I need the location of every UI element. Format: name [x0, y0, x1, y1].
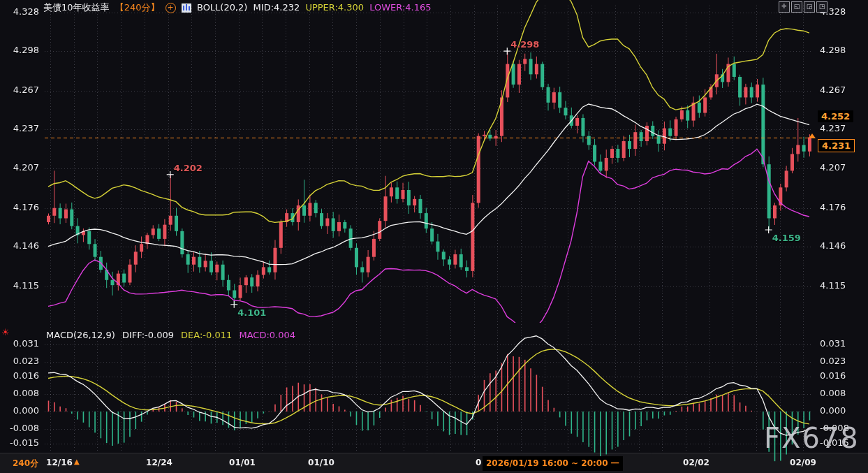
- chart-type-icon[interactable]: [182, 3, 191, 13]
- current-price-tag: 4.231: [818, 139, 855, 152]
- macd-axis-tick: 0.023: [4, 356, 39, 366]
- macd-diff-value: DIFF:-0.009: [122, 330, 174, 340]
- current-price-marker-icon: [809, 133, 816, 138]
- interval-arrow-icon[interactable]: ▲: [74, 458, 80, 465]
- macd-axis-tick: 0.000: [820, 405, 846, 416]
- chart-header: 美债10年收益率 【240分】 + BOLL(20,2) MID:4.232 U…: [43, 1, 434, 14]
- add-indicator-icon[interactable]: +: [165, 3, 176, 13]
- macd-axis-tick: -0.015: [4, 437, 39, 448]
- price-axis-tick: 4.146: [4, 240, 39, 251]
- scale-corner-right-icon[interactable]: ◲: [804, 1, 815, 13]
- price-axis-tick: 4.267: [4, 85, 39, 95]
- macd-axis-tick: 0.000: [4, 405, 39, 416]
- scale-corner-left-icon[interactable]: ◱: [791, 1, 802, 13]
- interval-selector[interactable]: 240分: [13, 458, 38, 470]
- price-annotation: 4.101: [237, 307, 266, 318]
- session-high-price-tag: 4.252: [818, 110, 853, 122]
- interval-tag[interactable]: 【240分】: [115, 2, 160, 13]
- macd-axis-tick: -0.008: [4, 423, 39, 433]
- price-annotation: 4.202: [174, 163, 203, 173]
- macd-axis-tick: 0.008: [4, 388, 39, 398]
- boll-label: BOLL(20,2): [197, 2, 248, 13]
- price-annotation: 4.159: [772, 233, 801, 243]
- macd-axis-tick: 0.016: [820, 370, 846, 381]
- price-annotation: 4.298: [510, 39, 539, 50]
- chart-app: 美债10年收益率 【240分】 + BOLL(20,2) MID:4.232 U…: [0, 0, 868, 473]
- crosshair-icon[interactable]: ✛: [779, 1, 790, 13]
- macd-axis-tick: 0.016: [4, 370, 39, 381]
- time-axis-label: 01/01: [229, 458, 256, 467]
- time-axis-label: 12/16: [46, 458, 73, 467]
- boll-mid-value: MID:4.232: [253, 2, 300, 13]
- watermark: FX678: [764, 422, 860, 454]
- macd-dea-value: DEA:-0.011: [181, 330, 232, 340]
- price-axis-tick: 4.328: [4, 6, 39, 17]
- macd-value: MACD:0.004: [239, 330, 295, 340]
- price-axis-tick: 4.237: [4, 123, 39, 133]
- macd-header: MACD(26,12,9) DIFF:-0.009 DEA:-0.011 MAC…: [46, 330, 300, 340]
- price-axis-tick: 4.298: [4, 45, 39, 55]
- time-axis-label: 01/10: [308, 458, 334, 467]
- macd-axis-tick: 0.031: [820, 338, 846, 349]
- scale-corner-up-icon[interactable]: ◳: [816, 1, 827, 13]
- macd-label: MACD(26,12,9): [46, 330, 115, 340]
- crosshair-date-readout: 2026/01/19 16:00 ~ 20:00 一: [483, 456, 623, 471]
- price-axis-tick: 4.298: [820, 45, 846, 55]
- time-axis-bar: 240分 ▲ 0 2026/01/19 16:00 ~ 20:00 一 12/1…: [0, 453, 868, 473]
- time-axis-label: 02/09: [790, 458, 816, 467]
- price-axis-tick: 4.176: [820, 202, 846, 212]
- chart-toolbar: ✛◱◲◳: [779, 1, 827, 13]
- price-axis-tick: 4.176: [4, 202, 39, 212]
- price-axis-tick: 4.115: [820, 280, 846, 291]
- boll-upper-value: UPPER:4.300: [305, 2, 364, 13]
- price-axis-tick: 4.207: [820, 162, 846, 173]
- date-readout-prefix: 0: [476, 458, 481, 467]
- time-axis-label: 12/24: [146, 458, 172, 467]
- chart-canvas[interactable]: [0, 0, 868, 473]
- price-axis-tick: 4.146: [820, 240, 846, 251]
- session-alert-icon: ☀: [1, 327, 10, 337]
- boll-lower-value: LOWER:4.165: [369, 2, 431, 13]
- time-axis-label: 02/02: [683, 458, 709, 467]
- price-axis-tick: 4.207: [4, 162, 39, 173]
- macd-axis-tick: 0.023: [820, 356, 846, 366]
- price-axis-tick: 4.267: [820, 85, 846, 95]
- price-axis-tick: 4.237: [820, 123, 846, 133]
- instrument-title: 美债10年收益率: [43, 2, 110, 13]
- price-axis-tick: 4.115: [4, 280, 39, 291]
- macd-axis-tick: 0.008: [820, 388, 846, 398]
- macd-axis-tick: 0.031: [4, 338, 39, 349]
